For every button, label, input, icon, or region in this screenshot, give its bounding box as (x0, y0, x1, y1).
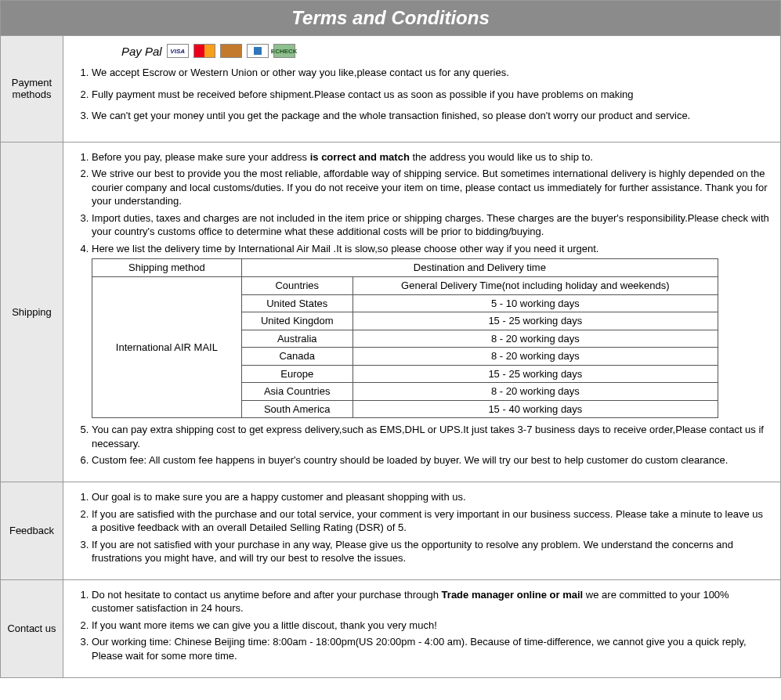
discover-icon (220, 44, 242, 58)
list-item: Fully payment must be received before sh… (92, 88, 769, 102)
cell-time: 15 - 25 working days (353, 365, 718, 383)
cell-time: 15 - 25 working days (353, 312, 718, 330)
paypal-text: Pay Pal (121, 45, 162, 58)
list-item: Custom fee: All custom fee happens in bu… (92, 453, 769, 467)
amex-icon (247, 44, 269, 58)
list-item: We accept Escrow or Western Union or oth… (92, 66, 769, 80)
section-label-shipping: Shipping (1, 143, 63, 482)
mastercard-icon (193, 44, 215, 58)
section-payment: Payment methods Pay Pal VISA ECHECK We a… (1, 35, 780, 142)
list-item: We strive our best to provide you the mo… (92, 167, 769, 208)
td-method: International AIR MAIL (92, 277, 242, 418)
list-item: If you want more items we can give you a… (92, 619, 769, 633)
cell-country: Asia Countries (241, 383, 353, 401)
list-item: If you are satisfied with the purchase a… (92, 507, 769, 535)
cell-country: South America (241, 400, 353, 418)
list-item: Import duties, taxes and charges are not… (92, 211, 769, 239)
list-item: You can pay extra shipping cost to get e… (92, 423, 769, 450)
th-dest: Destination and Delivery time (241, 259, 718, 277)
page-title: Terms and Conditions (1, 1, 780, 35)
cell-country: United States (241, 294, 353, 312)
section-shipping: Shipping Before you pay, please make sur… (1, 142, 780, 482)
paypal-banner: Pay Pal VISA ECHECK (121, 44, 769, 58)
cell-country: Europe (241, 365, 353, 383)
payment-list: We accept Escrow or Western Union or oth… (74, 66, 769, 123)
section-label-feedback: Feedback (1, 482, 63, 579)
shipping-table: Shipping method Destination and Delivery… (92, 258, 718, 418)
th-countries: Countries (241, 277, 353, 295)
list-item: Here we list the delivery time by Intern… (92, 242, 769, 418)
cell-country: Canada (241, 348, 353, 366)
cell-country: Australia (241, 330, 353, 348)
section-label-contact: Contact us (1, 580, 63, 677)
contact-list: Do not hesitate to contact us anytime be… (74, 588, 769, 663)
shipping-list: Before you pay, please make sure your ad… (74, 150, 769, 467)
list-item: Our working time: Chinese Beijing time: … (92, 635, 769, 662)
th-general: General Delivery Time(not including holi… (353, 277, 718, 295)
section-label-payment: Payment methods (1, 36, 63, 142)
section-contact: Contact us Do not hesitate to contact us… (1, 579, 780, 677)
list-item: We can't get your money until you get th… (92, 109, 769, 123)
cell-time: 15 - 40 working days (353, 400, 718, 418)
echeck-icon: ECHECK (273, 44, 295, 58)
feedback-list: Our goal is to make sure you are a happy… (74, 490, 769, 565)
terms-container: Terms and Conditions Payment methods Pay… (0, 0, 781, 678)
visa-icon: VISA (167, 44, 189, 58)
list-item: If you are not satisfied with your purch… (92, 538, 769, 565)
cell-time: 8 - 20 working days (353, 330, 718, 348)
cell-time: 8 - 20 working days (353, 348, 718, 366)
cell-time: 5 - 10 working days (353, 294, 718, 312)
section-feedback: Feedback Our goal is to make sure you ar… (1, 482, 780, 579)
cell-country: United Kingdom (241, 312, 353, 330)
th-method: Shipping method (92, 259, 242, 277)
cell-time: 8 - 20 working days (353, 383, 718, 401)
list-item: Do not hesitate to contact us anytime be… (92, 588, 769, 615)
list-item: Before you pay, please make sure your ad… (92, 150, 769, 164)
list-item: Our goal is to make sure you are a happy… (92, 490, 769, 504)
